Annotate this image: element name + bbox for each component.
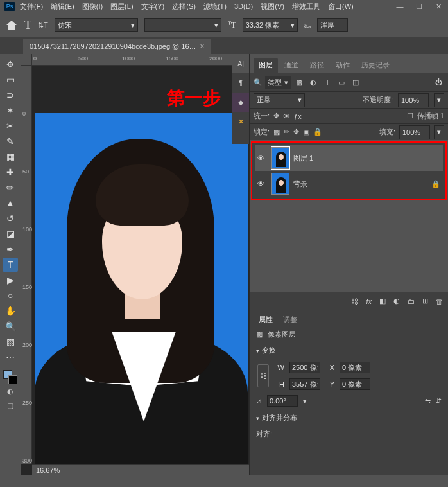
edit-toolbar[interactable]: ⋯: [3, 350, 18, 364]
visibility-toggle-icon[interactable]: 👁: [257, 180, 268, 188]
opacity-stepper[interactable]: ▾: [434, 93, 444, 107]
gradient-tool[interactable]: ▧: [3, 335, 18, 349]
pen-tool[interactable]: ✒: [3, 242, 18, 256]
transform-section-header[interactable]: ▾ 变换: [250, 342, 448, 359]
color-swatches[interactable]: [3, 370, 17, 384]
hand-tool[interactable]: ✋: [3, 304, 18, 318]
menu-select[interactable]: 选择(S): [169, 1, 199, 13]
document-tab[interactable]: 01504732117289720212910904bcde3b.jpeg @ …: [23, 39, 211, 54]
filter-type-icon[interactable]: T: [322, 76, 333, 88]
menu-layer[interactable]: 图层(L): [107, 1, 136, 13]
antialias-select[interactable]: 浑厚: [317, 18, 348, 32]
height-field[interactable]: [289, 378, 320, 390]
fill-stepper[interactable]: ▾: [434, 125, 444, 139]
adjustment-layer-icon[interactable]: ◐: [393, 297, 400, 305]
tab-channels[interactable]: 通道: [279, 58, 304, 73]
angle-stepper[interactable]: ▾: [303, 397, 307, 405]
lock-pos-icon[interactable]: ✥: [293, 128, 299, 136]
zoom-tool[interactable]: 🔍: [3, 319, 18, 333]
align-section-header[interactable]: ▾ 对齐并分布: [250, 409, 448, 427]
propagate-checkbox[interactable]: ☐: [407, 112, 413, 120]
link-wh-icon[interactable]: ⛓: [257, 364, 269, 387]
menu-view[interactable]: 视图(V): [257, 1, 288, 13]
character-panel-icon[interactable]: A|: [232, 54, 249, 73]
unify-style-icon[interactable]: ƒx: [294, 112, 302, 120]
tab-paths[interactable]: 路径: [305, 58, 329, 73]
tab-layers[interactable]: 图层: [254, 58, 278, 73]
home-button[interactable]: [5, 19, 18, 31]
visibility-toggle-icon[interactable]: 👁: [257, 154, 268, 162]
flip-h-icon[interactable]: ⇋: [425, 397, 431, 405]
search-icon[interactable]: 🔍: [254, 78, 263, 87]
blend-mode-select[interactable]: 正常▾: [254, 93, 305, 107]
menu-image[interactable]: 图像(I): [79, 1, 106, 13]
history-panel-icon[interactable]: ◆: [232, 93, 249, 112]
lock-trans-icon[interactable]: ▩: [273, 128, 280, 136]
filter-type-select[interactable]: 类型 ▾: [265, 76, 291, 89]
path-select-tool[interactable]: ▶: [3, 273, 18, 287]
font-size-select[interactable]: 33.32 像素▾: [243, 18, 298, 32]
eraser-tool[interactable]: ◪: [3, 227, 18, 241]
filter-shape-icon[interactable]: ▭: [336, 76, 347, 88]
unify-vis-icon[interactable]: 👁: [283, 112, 290, 120]
layer-fx-icon[interactable]: fx: [366, 297, 372, 305]
orientation-toggle-icon[interactable]: ⇅T: [38, 21, 48, 30]
menu-window[interactable]: 窗口(W): [325, 1, 357, 13]
layer-row[interactable]: 👁 背景 🔒: [255, 171, 443, 197]
menu-edit[interactable]: 编辑(E): [47, 1, 78, 13]
move-tool[interactable]: ✥: [3, 57, 18, 71]
layer-thumbnail[interactable]: [271, 173, 289, 195]
eyedropper-tool[interactable]: ✎: [3, 134, 18, 148]
brush-tool[interactable]: ✏: [3, 181, 18, 195]
font-style-select[interactable]: ▾: [144, 18, 221, 32]
layer-name[interactable]: 图层 1: [293, 154, 440, 163]
screenmode-toggle[interactable]: ▢: [5, 400, 15, 411]
lock-paint-icon[interactable]: ✏: [284, 128, 289, 136]
window-minimize-button[interactable]: —: [390, 0, 409, 13]
tab-actions[interactable]: 动作: [331, 58, 355, 73]
frame-tool[interactable]: ▦: [3, 150, 18, 164]
marquee-tool[interactable]: ▭: [3, 73, 18, 87]
x-field[interactable]: [340, 362, 370, 373]
unify-pos-icon[interactable]: ✥: [273, 112, 279, 120]
fill-field[interactable]: 100%: [399, 125, 430, 139]
filter-smart-icon[interactable]: ◫: [350, 76, 361, 88]
link-layers-icon[interactable]: ⛓: [351, 297, 358, 305]
menu-plugins[interactable]: 增效工具: [289, 1, 323, 13]
history-brush-tool[interactable]: ↺: [3, 211, 18, 226]
canvas[interactable]: 第一步: [32, 66, 249, 464]
menu-file[interactable]: 文件(F): [17, 1, 46, 13]
filter-adjust-icon[interactable]: ◐: [307, 76, 319, 88]
quickmask-toggle[interactable]: ◐: [5, 386, 15, 396]
lasso-tool[interactable]: ⊃: [3, 88, 18, 102]
delete-layer-icon[interactable]: 🗑: [436, 297, 443, 305]
tab-close-icon[interactable]: ×: [200, 42, 205, 51]
type-tool[interactable]: T: [3, 258, 18, 272]
filter-toggle-icon[interactable]: ⏻: [433, 76, 444, 88]
healing-brush-tool[interactable]: ✚: [3, 165, 18, 179]
actions-panel-icon[interactable]: ✕: [232, 112, 249, 131]
menu-type[interactable]: 文字(Y): [138, 1, 168, 13]
menu-3d[interactable]: 3D(D): [231, 1, 256, 12]
window-maximize-button[interactable]: ☐: [409, 0, 429, 13]
flip-v-icon[interactable]: ⇵: [436, 397, 442, 405]
paragraph-panel-icon[interactable]: ¶: [232, 73, 249, 93]
quick-select-tool[interactable]: ✶: [3, 103, 18, 118]
new-layer-icon[interactable]: ⊞: [422, 297, 428, 305]
tab-properties[interactable]: 属性: [254, 312, 278, 327]
filter-pixel-icon[interactable]: ▩: [293, 76, 305, 88]
width-field[interactable]: [289, 362, 320, 373]
zoom-level[interactable]: 16.67%: [36, 466, 60, 474]
tab-adjust[interactable]: 调整: [278, 312, 302, 327]
clone-stamp-tool[interactable]: ▲: [3, 196, 18, 210]
group-icon[interactable]: 🗀: [408, 297, 415, 305]
shape-tool[interactable]: ○: [3, 288, 18, 303]
y-field[interactable]: [340, 378, 370, 390]
layer-name[interactable]: 背景: [293, 179, 427, 189]
lock-artboard-icon[interactable]: ▣: [303, 128, 309, 136]
window-close-button[interactable]: ✕: [429, 0, 448, 13]
menu-filter[interactable]: 滤镜(T): [200, 1, 230, 13]
layer-row[interactable]: 👁 图层 1: [255, 145, 443, 171]
tab-history[interactable]: 历史记录: [356, 58, 395, 73]
lock-all-icon[interactable]: 🔒: [313, 128, 322, 136]
